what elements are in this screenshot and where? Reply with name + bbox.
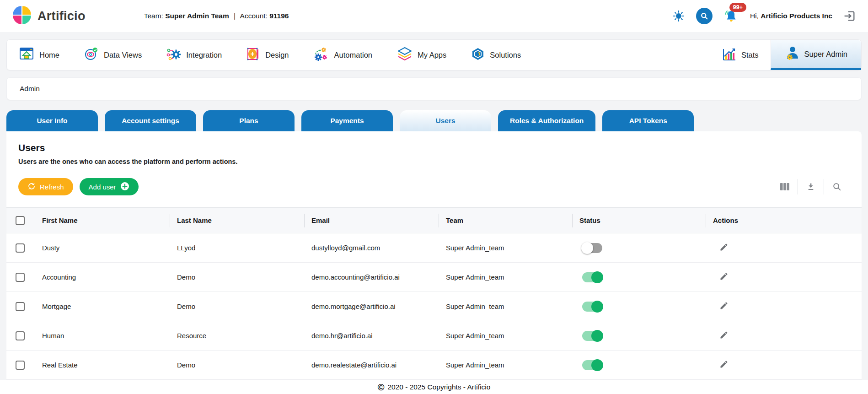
users-panel: Users Users are the ones who can access … [6, 131, 862, 394]
status-toggle[interactable] [582, 360, 602, 370]
admin-tabs: User Info Account settings Plans Payment… [6, 110, 862, 131]
edit-pencil-icon [719, 363, 729, 370]
nav-label: Stats [741, 51, 759, 59]
users-table: First Name Last Name Email Team Status A… [6, 207, 862, 380]
user-company-name: Artificio Products Inc [761, 12, 832, 20]
integration-icon [166, 47, 181, 63]
home-icon [20, 47, 34, 63]
team-account-info: Team: Super Admin Team | Account: 91196 [144, 12, 289, 20]
add-user-button[interactable]: Add user [80, 178, 139, 195]
refresh-icon [27, 182, 36, 192]
nav-label: My Apps [418, 51, 446, 59]
cell-first-name: Accounting [35, 263, 170, 292]
header-separator: | [234, 12, 236, 20]
column-header-actions: Actions [706, 208, 862, 233]
page-subtitle: Users are the ones who can access the pl… [18, 158, 850, 165]
app-logo[interactable]: Artificio [12, 5, 86, 27]
cell-email: demo.hr@artificio.ai [304, 321, 439, 351]
row-checkbox[interactable] [16, 331, 25, 340]
row-checkbox[interactable] [16, 302, 25, 311]
automation-icon [314, 47, 329, 63]
main-nav: Home Data Views [6, 39, 862, 70]
table-header-row: First Name Last Name Email Team Status A… [6, 208, 862, 233]
nav-item-automation[interactable]: Automation [314, 40, 372, 70]
super-admin-icon [785, 46, 799, 62]
tab-user-info[interactable]: User Info [6, 110, 98, 131]
edit-pencil-icon [719, 334, 729, 341]
table-row: Accounting Demo demo.accounting@artifici… [6, 263, 862, 292]
nav-item-solutions[interactable]: Solutions [471, 40, 521, 70]
download-icon[interactable] [798, 182, 824, 192]
nav-label: Solutions [490, 51, 521, 59]
row-checkbox[interactable] [16, 361, 25, 370]
tab-roles-authorization[interactable]: Roles & Authorization [498, 110, 595, 131]
users-table-body: Dusty LLyod dustylloyd@gmail.com Super A… [6, 233, 862, 380]
cell-team: Super Admin_team [439, 292, 572, 321]
team-name: Super Admin Team [165, 12, 229, 20]
refresh-button[interactable]: Refresh [18, 178, 73, 195]
cell-first-name: Human [35, 321, 170, 351]
columns-icon[interactable] [772, 182, 798, 191]
cell-last-name: Resource [170, 321, 304, 351]
column-header-status: Status [572, 208, 706, 233]
tab-payments[interactable]: Payments [301, 110, 393, 131]
edit-user-button[interactable] [719, 330, 729, 341]
cell-last-name: Demo [170, 351, 304, 380]
table-row: Dusty LLyod dustylloyd@gmail.com Super A… [6, 233, 862, 263]
breadcrumb-label: Admin [20, 85, 40, 93]
search-icon[interactable] [696, 8, 713, 24]
nav-label: Design [265, 51, 289, 59]
nav-label: Integration [186, 51, 222, 59]
app-logo-text: Artificio [38, 9, 86, 23]
row-checkbox[interactable] [16, 243, 25, 253]
cell-first-name: Mortgage [35, 292, 170, 321]
top-header: Artificio Team: Super Admin Team | Accou… [0, 0, 868, 32]
tab-account-settings[interactable]: Account settings [105, 110, 196, 131]
nav-item-data-views[interactable]: Data Views [84, 40, 142, 70]
theme-sun-icon[interactable] [672, 10, 685, 22]
edit-pencil-icon [719, 275, 729, 282]
nav-item-integration[interactable]: Integration [166, 40, 222, 70]
nav-item-super-admin[interactable]: Super Admin [771, 40, 861, 70]
status-toggle[interactable] [582, 243, 602, 253]
nav-label: Automation [334, 51, 372, 59]
edit-user-button[interactable] [719, 272, 729, 282]
edit-pencil-icon [719, 246, 729, 253]
notifications-bell-icon[interactable]: 99+ [723, 8, 739, 24]
nav-item-home[interactable]: Home [20, 40, 59, 70]
design-icon [246, 47, 260, 63]
nav-label: Data Views [104, 51, 142, 59]
cell-first-name: Dusty [35, 233, 170, 263]
row-checkbox[interactable] [16, 273, 25, 282]
select-all-checkbox[interactable] [16, 216, 25, 225]
footer: © 2020 - 2025 Copyrights - Artificio [0, 380, 868, 394]
tab-api-tokens[interactable]: API Tokens [602, 110, 694, 131]
edit-user-button[interactable] [719, 360, 729, 370]
nav-item-my-apps[interactable]: My Apps [397, 40, 446, 70]
status-toggle[interactable] [582, 331, 602, 341]
footer-text: 2020 - 2025 Copyrights - Artificio [387, 383, 490, 391]
plus-circle-icon [120, 182, 129, 192]
edit-user-button[interactable] [719, 243, 729, 253]
cell-last-name: Demo [170, 263, 304, 292]
tab-users[interactable]: Users [400, 110, 491, 131]
cell-email: demo.mortgage@artificio.ai [304, 292, 439, 321]
team-label: Team: [144, 12, 163, 20]
column-header-last-name: Last Name [170, 208, 304, 233]
refresh-label: Refresh [40, 183, 64, 191]
add-user-label: Add user [89, 183, 116, 191]
edit-user-button[interactable] [719, 301, 729, 312]
status-toggle[interactable] [582, 272, 602, 282]
column-header-email: Email [304, 208, 439, 233]
nav-item-design[interactable]: Design [246, 40, 289, 70]
cell-last-name: LLyod [170, 233, 304, 263]
copyright-icon: © [378, 383, 385, 392]
nav-item-stats[interactable]: Stats [710, 40, 771, 70]
status-toggle[interactable] [582, 302, 602, 312]
logout-icon[interactable] [843, 10, 856, 22]
table-search-icon[interactable] [824, 182, 850, 192]
column-header-first-name: First Name [35, 208, 170, 233]
page-title: Users [18, 142, 850, 153]
tab-plans[interactable]: Plans [203, 110, 295, 131]
cell-team: Super Admin_team [439, 351, 572, 380]
